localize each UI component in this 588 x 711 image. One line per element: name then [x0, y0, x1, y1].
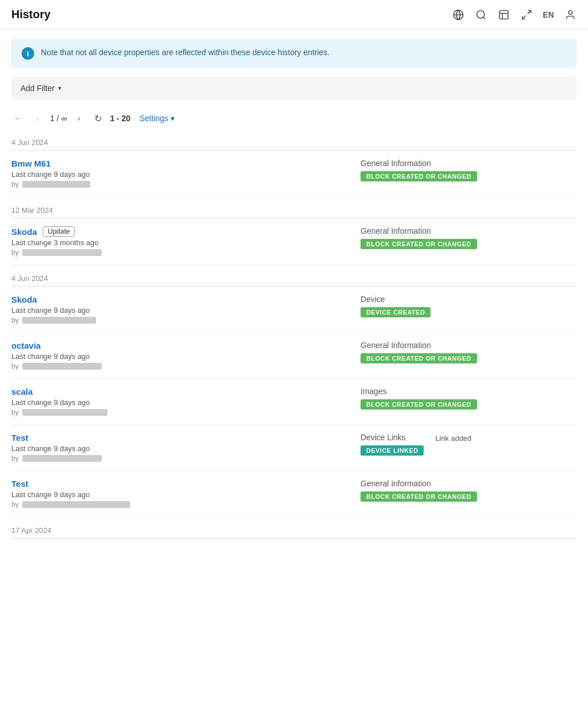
history-item: Bmw M61Last change 9 days agobyGeneral I… [11, 151, 577, 197]
history-item-right: General InformationBLOCK CREATED OR CHAN… [361, 159, 577, 188]
by-row: by [11, 180, 361, 188]
history-item: scalaLast change 9 days agobyImagesBLOCK… [11, 379, 577, 425]
history-item-right: General InformationBLOCK CREATED OR CHAN… [361, 226, 577, 257]
history-item-left: octaviaLast change 9 days agoby [11, 341, 361, 370]
last-change: Last change 9 days ago [11, 398, 361, 407]
history-item-left: SkodaUpdateLast change 3 months agoby [11, 226, 361, 257]
filter-chevron-icon: ▾ [58, 84, 61, 92]
language-selector[interactable]: EN [543, 10, 554, 19]
expand-icon[interactable] [520, 9, 533, 21]
search-icon[interactable] [475, 9, 487, 21]
info-banner: i Note that not all device properties ar… [11, 39, 577, 68]
category-block: ImagesBLOCK CREATED OR CHANGED [361, 387, 477, 410]
device-name-text: Skoda [11, 227, 37, 237]
by-redacted [22, 249, 102, 256]
last-change: Last change 3 months ago [11, 238, 361, 247]
settings-button[interactable]: Settings ▾ [139, 114, 175, 123]
category-label: General Information [361, 341, 477, 350]
by-label: by [11, 408, 19, 416]
category-label: Images [361, 387, 477, 396]
device-name-text: octavia [11, 341, 41, 350]
first-page-button[interactable]: ⇤ [11, 111, 26, 126]
category-label: Device Links [361, 433, 424, 442]
history-item: TestLast change 9 days agobyDevice Links… [11, 425, 577, 471]
history-item: SkodaLast change 9 days agobyDeviceDEVIC… [11, 287, 577, 333]
filter-label: Add Filter [20, 84, 55, 93]
refresh-button[interactable]: ↻ [90, 111, 105, 126]
device-name-text: Bmw M61 [11, 159, 51, 168]
history-item-right: General InformationBLOCK CREATED OR CHAN… [361, 341, 577, 370]
prev-page-button[interactable]: ‹ [31, 111, 45, 126]
page-header: History EN [0, 0, 588, 30]
svg-line-7 [527, 10, 531, 14]
device-name[interactable]: Skoda [11, 295, 361, 304]
by-row: by [11, 454, 361, 462]
user-icon[interactable] [564, 9, 577, 21]
page-info: 1 / ∞ [50, 114, 67, 123]
device-name[interactable]: Test [11, 479, 361, 489]
by-redacted [22, 363, 102, 370]
last-change: Last change 9 days ago [11, 352, 361, 361]
next-page-button[interactable]: › [71, 111, 86, 126]
history-content: 4 Jun 2024Bmw M61Last change 9 days agob… [0, 129, 588, 539]
date-section-3: 17 Apr 2024 [11, 517, 577, 538]
pagination: ⇤ ‹ 1 / ∞ › ↻ 1 - 20 Settings ▾ [0, 105, 588, 129]
date-section-0: 4 Jun 2024 [11, 129, 577, 150]
category-label: General Information [361, 159, 477, 168]
device-name[interactable]: SkodaUpdate [11, 226, 361, 237]
last-change: Last change 9 days ago [11, 306, 361, 315]
by-redacted [22, 455, 102, 462]
device-name-text: scala [11, 387, 33, 396]
info-text: Note that not all device properties are … [41, 47, 329, 59]
page-range: 1 - 20 [110, 114, 130, 123]
status-badge: BLOCK CREATED OR CHANGED [361, 239, 477, 249]
svg-line-3 [483, 16, 485, 19]
by-redacted [22, 181, 90, 188]
device-name[interactable]: Test [11, 433, 361, 443]
status-badge: DEVICE LINKED [361, 445, 424, 456]
globe-icon[interactable] [452, 9, 465, 21]
history-item-right: DeviceDEVICE CREATED [361, 295, 577, 324]
history-item-left: TestLast change 9 days agoby [11, 479, 361, 509]
page-title: History [11, 8, 51, 21]
last-change: Last change 9 days ago [11, 444, 361, 453]
category-label: Device [361, 295, 430, 304]
device-name[interactable]: Bmw M61 [11, 159, 361, 168]
category-label: General Information [361, 226, 477, 235]
status-badge: BLOCK CREATED OR CHANGED [361, 399, 477, 410]
by-redacted [22, 317, 96, 324]
category-label: General Information [361, 479, 477, 488]
history-item: TestLast change 9 days agobyGeneral Info… [11, 471, 577, 517]
by-label: by [11, 501, 19, 509]
device-name[interactable]: octavia [11, 341, 361, 350]
category-block: General InformationBLOCK CREATED OR CHAN… [361, 226, 477, 249]
category-block: Device LinksDEVICE LINKED [361, 433, 424, 456]
svg-line-8 [522, 15, 525, 19]
by-row: by [11, 249, 361, 257]
history-item-left: TestLast change 9 days agoby [11, 433, 361, 462]
history-item-left: scalaLast change 9 days agoby [11, 387, 361, 416]
by-redacted [22, 409, 107, 416]
status-badge: BLOCK CREATED OR CHANGED [361, 491, 477, 502]
device-name[interactable]: scala [11, 387, 361, 396]
category-block: General InformationBLOCK CREATED OR CHAN… [361, 159, 477, 181]
history-item-right: Device LinksDEVICE LINKEDLink added [361, 433, 577, 462]
by-label: by [11, 454, 19, 462]
settings-chevron-icon: ▾ [171, 114, 175, 123]
history-item-right: ImagesBLOCK CREATED OR CHANGED [361, 387, 577, 416]
history-item-left: Bmw M61Last change 9 days agoby [11, 159, 361, 188]
history-item-left: SkodaLast change 9 days agoby [11, 295, 361, 324]
extra-info: Link added [435, 434, 471, 443]
date-section-1: 12 Mar 2024 [11, 197, 577, 218]
info-icon: i [22, 47, 34, 60]
category-block: General InformationBLOCK CREATED OR CHAN… [361, 479, 477, 502]
svg-rect-4 [499, 10, 508, 19]
update-badge[interactable]: Update [43, 226, 75, 237]
date-section-2: 4 Jun 2024 [11, 265, 577, 286]
history-item-right: General InformationBLOCK CREATED OR CHAN… [361, 479, 577, 509]
history-item: octaviaLast change 9 days agobyGeneral I… [11, 333, 577, 379]
history-item: SkodaUpdateLast change 3 months agobyGen… [11, 218, 577, 265]
by-row: by [11, 362, 361, 370]
filter-bar[interactable]: Add Filter ▾ [11, 77, 577, 100]
book-icon[interactable] [498, 9, 510, 21]
